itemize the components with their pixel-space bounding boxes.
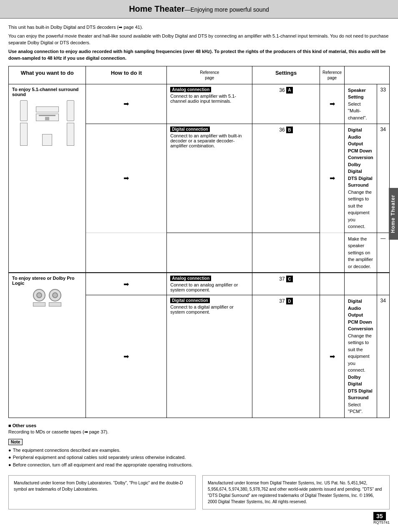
ref-settings-1b2: — xyxy=(377,233,389,273)
arrow-1a: ➡ xyxy=(86,84,167,124)
stereo-speaker-group xyxy=(12,289,82,307)
footer-section: Manufactured under license from Dolby La… xyxy=(8,475,390,509)
analog-text-2: Connect to an analog amplifier or system… xyxy=(170,282,238,292)
other-uses-title: Other uses xyxy=(8,423,390,428)
ref-num-1a: 36 xyxy=(279,87,285,93)
col-what-header: What you want to do xyxy=(9,66,86,84)
settings-cell-1b: Digital Audio OutputPCM Down ConversionD… xyxy=(345,124,377,233)
col-settings-header: Settings xyxy=(252,66,320,84)
page-num: 35 xyxy=(373,512,386,520)
ref-settings-1a: 33 xyxy=(377,84,389,124)
ref-letter-1b: B xyxy=(286,127,293,133)
ref-settings-2b: 34 xyxy=(377,295,389,418)
ref-1a: 36 A xyxy=(252,84,320,124)
how-cell-2a: Analog connection Connect to an analog a… xyxy=(167,273,252,295)
ref-2a: 37 C xyxy=(252,273,320,295)
footer-left: Manufactured under license from Dolby La… xyxy=(8,475,196,509)
other-uses-text: Recording to MDs or cassette tapes (➡ pa… xyxy=(8,429,390,435)
page-title: Home Theater—Enjoying more powerful soun… xyxy=(8,4,390,14)
stereo-left-speaker-icon xyxy=(33,289,45,307)
how-cell-1a: Analog connection Connect to an amplifie… xyxy=(167,84,252,124)
rqt-number: RQT5741 xyxy=(373,520,390,524)
rear-left-speaker-icon xyxy=(20,100,28,121)
ref-settings-1b: 34 xyxy=(377,124,389,233)
settings-cell-2a xyxy=(345,273,377,295)
arrow-2b: ➡ xyxy=(86,295,167,418)
settings-cell-1b2: Make the speaker settings on the amplifi… xyxy=(345,233,377,273)
col-how-header: How to do it xyxy=(86,66,167,84)
ref-1b: 36 B xyxy=(252,124,320,233)
digital-label-2: Digital connection xyxy=(170,298,210,303)
ref-num-2a: 37 xyxy=(279,276,285,282)
page-header: Home Theater—Enjoying more powerful soun… xyxy=(0,0,398,19)
rear-right-speaker-icon xyxy=(67,100,74,121)
how-cell-1b: Digital connection Connect to an amplifi… xyxy=(167,124,252,233)
ref-num-2b: 37 xyxy=(279,298,285,304)
note-section: Note The equipment connections described… xyxy=(8,439,390,469)
analog-text-1: Connect to an amplifier with 5.1-channel… xyxy=(170,94,236,104)
col-ref1-header: Reference page xyxy=(167,66,252,84)
front-left-speaker-icon xyxy=(20,123,28,146)
ref-2b: 37 D xyxy=(252,295,320,418)
intro-line2: You can enjoy the powerful movie theater… xyxy=(8,33,390,46)
arrow-settings-2b: ➡ xyxy=(320,295,344,418)
empty-1b2 xyxy=(86,233,167,273)
digital-text-2: Connect to a digital amplifier or system… xyxy=(170,304,234,314)
col-ref2-header: Reference page xyxy=(320,66,344,84)
content-area: This unit has built-in Dolby Digital and… xyxy=(0,19,398,514)
analog-label-1: Analog connection xyxy=(170,87,211,92)
front-right-speaker-icon xyxy=(67,123,74,146)
note-item-1: The equipment connections described are … xyxy=(8,447,390,454)
note-item-2: Peripheral equipment and optional cables… xyxy=(8,454,390,461)
footer-left-text: Manufactured under license from Dolby La… xyxy=(14,480,190,492)
dvd-player-icon xyxy=(36,114,59,121)
ref-num-1b: 36 xyxy=(279,127,285,133)
settings-cell-2b: Digital Audio OutputPCM Down Conversion … xyxy=(345,295,377,418)
ref-letter-2b: D xyxy=(286,298,293,304)
intro-section: This unit has built-in Dolby Digital and… xyxy=(8,24,390,62)
empty-ref-1b2 xyxy=(252,233,320,273)
digital-text-1: Connect to an amplifier with built-in de… xyxy=(170,133,242,148)
table-row-2a: To enjoy stereo or Dolby Pro Logic xyxy=(9,273,390,295)
side-tab: Home Theater xyxy=(389,188,398,240)
note-label: Note xyxy=(8,439,23,445)
ref-settings-2a xyxy=(377,273,389,295)
other-uses-section: Other uses Recording to MDs or cassette … xyxy=(8,423,390,435)
how-cell-2b: Digital connection Connect to a digital … xyxy=(167,295,252,418)
what-label-1: To enjoy 5.1-channel surround sound xyxy=(12,87,82,97)
digital-label-1: Digital connection xyxy=(170,127,210,132)
what-cell-2: To enjoy stereo or Dolby Pro Logic xyxy=(9,273,86,418)
table-row-1a: To enjoy 5.1-channel surround sound xyxy=(9,84,390,124)
ref-letter-1a: A xyxy=(286,87,293,94)
center-unit-icon xyxy=(36,106,59,121)
empty-arrow-2a xyxy=(320,273,344,295)
subwoofer-icon xyxy=(42,134,52,146)
what-cell-1: To enjoy 5.1-channel surround sound xyxy=(9,84,86,273)
center-speaker-icon xyxy=(36,106,59,112)
note-list: The equipment connections described are … xyxy=(8,447,390,469)
analog-label-2: Analog connection xyxy=(170,276,211,281)
stereo-right-speaker-icon xyxy=(49,289,61,307)
note-item-3: Before connection, turn off all equipmen… xyxy=(8,461,390,469)
empty-how-1b2 xyxy=(167,233,252,273)
intro-warning: Use analog connection to enjoy audio rec… xyxy=(8,48,390,62)
title-main: Home Theater xyxy=(129,4,184,13)
what-label-2: To enjoy stereo or Dolby Pro Logic xyxy=(12,276,82,286)
ref-letter-2a: C xyxy=(286,276,293,282)
arrow-settings-1a: ➡ xyxy=(320,84,344,124)
page-number-section: 35 RQT5741 xyxy=(373,512,390,524)
empty-arrow-1b2 xyxy=(320,233,344,273)
title-subtitle: —Enjoying more powerful sound xyxy=(185,6,269,13)
settings-cell-1a: Speaker Setting Select "Multi-channel". xyxy=(345,84,377,124)
intro-line1: This unit has built-in Dolby Digital and… xyxy=(8,24,390,31)
arrow-settings-1b: ➡ xyxy=(320,124,344,233)
main-table: What you want to do How to do it Referen… xyxy=(8,66,390,418)
footer-right-text: Manufactured under license from Digital … xyxy=(208,480,384,505)
arrow-1b: ➡ xyxy=(86,124,167,233)
arrow-2a: ➡ xyxy=(86,273,167,295)
footer-right: Manufactured under license from Digital … xyxy=(202,475,390,509)
